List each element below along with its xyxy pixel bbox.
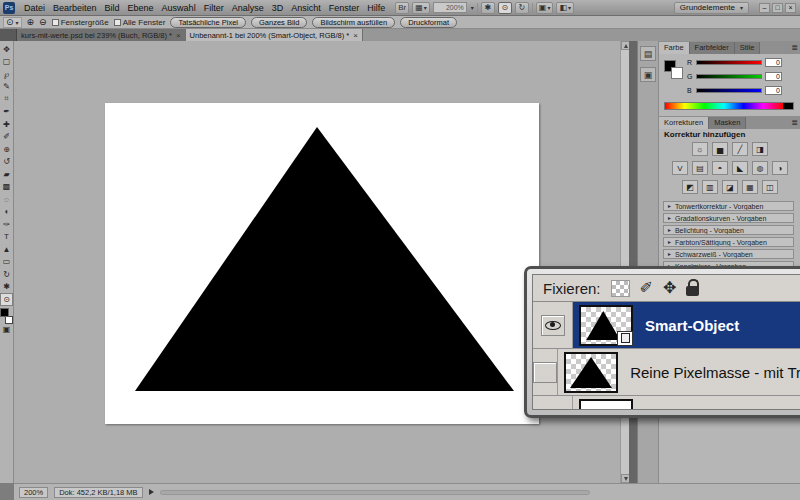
posterize-icon[interactable]: ▥ <box>702 180 718 194</box>
history-brush-tool[interactable]: ↺ <box>0 156 13 169</box>
curves-icon[interactable]: ╱ <box>732 142 748 156</box>
workspace-switcher[interactable]: Grundelemente▾ <box>674 2 749 14</box>
pen-tool[interactable]: ✑ <box>0 218 13 231</box>
selective-color-icon[interactable]: ◫ <box>762 180 778 194</box>
blue-value-field[interactable]: 0 <box>765 86 782 95</box>
close-button[interactable]: × <box>785 3 796 13</box>
menu-fenster[interactable]: Fenster <box>325 3 364 13</box>
tab-document-2[interactable]: Unbenannt-1 bei 200% (Smart-Object, RGB/… <box>186 29 363 41</box>
invert-icon[interactable]: ◩ <box>682 180 698 194</box>
tab-document-1[interactable]: kurs-mit-werte.psd bei 239% (Buch, RGB/8… <box>17 29 186 41</box>
layer-row-body[interactable]: Smart-Object <box>573 302 800 348</box>
hue-saturation-icon[interactable]: ▤ <box>692 161 708 175</box>
blue-slider[interactable] <box>696 88 762 93</box>
clone-stamp-tool[interactable]: ⊕ <box>0 143 13 156</box>
lock-image-pixels-icon[interactable]: ✐ <box>640 280 653 296</box>
print-size-button[interactable]: Druckformat <box>400 17 457 28</box>
zoom-tool-icon[interactable]: ⊙ <box>498 2 512 14</box>
threshold-icon[interactable]: ◪ <box>722 180 738 194</box>
rotate-view-icon[interactable]: ↻ <box>515 2 529 14</box>
layer-row-reine-pixelmasse[interactable]: Reine Pixelmasse - mit Tr <box>533 349 800 396</box>
red-slider[interactable] <box>696 60 762 65</box>
status-options-arrow-icon[interactable] <box>149 489 154 495</box>
eyedropper-tool[interactable]: ✒ <box>0 106 13 119</box>
fill-screen-button[interactable]: Bildschirm ausfüllen <box>312 17 395 28</box>
layer-row-body[interactable] <box>573 396 800 410</box>
lock-transparent-pixels-icon[interactable] <box>611 280 630 297</box>
menu-3d[interactable]: 3D <box>268 3 288 13</box>
levels-icon[interactable]: ▅ <box>712 142 728 156</box>
visibility-cell[interactable] <box>533 349 558 395</box>
chevron-down-icon[interactable]: ▾ <box>471 4 474 11</box>
preset-tonwertkorrektur[interactable]: ►Tonwertkorrektur - Vorgaben <box>663 201 794 211</box>
panel-menu-icon[interactable]: ≣ <box>788 43 800 54</box>
screen-mode-icon[interactable]: ◧▾ <box>556 2 574 14</box>
rectangular-marquee-tool[interactable]: ▢ <box>0 56 13 69</box>
view-extras-icon[interactable]: ▦▾ <box>412 2 430 14</box>
layer-name[interactable]: Reine Pixelmasse - mit Tr <box>630 364 800 381</box>
layer-comps-panel-icon[interactable]: ▣ <box>640 67 656 82</box>
background-color-swatch[interactable] <box>5 316 13 324</box>
visibility-toggle[interactable] <box>533 362 557 383</box>
horizontal-scrollbar[interactable] <box>160 490 590 495</box>
panel-menu-icon[interactable]: ≣ <box>788 118 800 129</box>
actual-pixels-button[interactable]: Tatsächliche Pixel <box>170 17 246 28</box>
rotate-view-tool[interactable]: ↻ <box>0 268 13 281</box>
blur-tool[interactable]: ◌ <box>0 193 13 206</box>
gradient-tool[interactable]: ▩ <box>0 181 13 194</box>
vibrance-icon[interactable]: V <box>672 161 688 175</box>
current-tool-icon[interactable]: ⊙▾ <box>3 17 22 28</box>
zoom-percentage-field[interactable]: 200% <box>19 487 48 498</box>
minimize-button[interactable]: – <box>759 3 770 13</box>
red-value-field[interactable]: 0 <box>765 58 782 67</box>
eraser-tool[interactable]: ▰ <box>0 168 13 181</box>
menu-analyse[interactable]: Analyse <box>228 3 268 13</box>
menu-bild[interactable]: Bild <box>101 3 124 13</box>
menu-ansicht[interactable]: Ansicht <box>287 3 325 13</box>
layer-row-partial[interactable] <box>533 396 800 410</box>
photo-filter-icon[interactable]: ◍ <box>752 161 768 175</box>
visibility-cell[interactable] <box>533 302 573 348</box>
restore-button[interactable]: □ <box>772 3 783 13</box>
visibility-toggle[interactable] <box>541 409 565 411</box>
healing-brush-tool[interactable]: ✚ <box>0 118 13 131</box>
lock-position-icon[interactable]: ✥ <box>663 280 676 296</box>
color-balance-icon[interactable]: ◓ <box>712 161 728 175</box>
crop-tool[interactable]: ⌗ <box>0 93 13 106</box>
menu-ebene[interactable]: Ebene <box>124 3 158 13</box>
quick-selection-tool[interactable]: ✎ <box>0 81 13 94</box>
brush-tool[interactable]: ✐ <box>0 131 13 144</box>
preset-gradationskurven[interactable]: ►Gradationskurven - Vorgaben <box>663 213 794 223</box>
hand-tool[interactable]: ✱ <box>0 281 13 294</box>
zoom-out-icon[interactable]: ⊖ <box>39 18 47 27</box>
layer-row-body[interactable]: Reine Pixelmasse - mit Tr <box>558 349 800 395</box>
preset-farbton-saettigung[interactable]: ►Farbton/Sättigung - Vorgaben <box>663 237 794 247</box>
arrange-documents-icon[interactable]: ▣▾ <box>536 2 554 14</box>
background-color-swatch[interactable] <box>671 67 683 79</box>
document-canvas[interactable] <box>105 103 539 424</box>
launch-bridge-icon[interactable]: Br <box>395 2 409 14</box>
gradient-map-icon[interactable]: ▦ <box>742 180 758 194</box>
menu-bearbeiten[interactable]: Bearbeiten <box>49 3 101 13</box>
dodge-tool[interactable]: ◖ <box>0 206 13 219</box>
all-windows-checkbox[interactable]: Alle Fenster <box>114 18 166 27</box>
black-white-icon[interactable]: ◣ <box>732 161 748 175</box>
panel-color-swatches[interactable] <box>664 60 684 80</box>
brightness-contrast-icon[interactable]: ☼ <box>692 142 708 156</box>
menu-datei[interactable]: Datei <box>20 3 49 13</box>
fit-screen-button[interactable]: Ganzes Bild <box>251 17 307 28</box>
preset-schwarzweiss[interactable]: ►Schwarzweiß - Vorgaben <box>663 249 794 259</box>
hand-tool-icon[interactable]: ✱ <box>481 2 495 14</box>
tab-stile[interactable]: Stile <box>735 42 761 54</box>
layer-thumbnail[interactable] <box>579 399 633 411</box>
menu-filter[interactable]: Filter <box>200 3 228 13</box>
menu-hilfe[interactable]: Hilfe <box>363 3 389 13</box>
menu-auswahl[interactable]: Auswahl <box>158 3 200 13</box>
green-value-field[interactable]: 0 <box>765 72 782 81</box>
close-icon[interactable]: × <box>353 31 358 40</box>
zoom-level-field[interactable]: 200% <box>433 2 467 13</box>
quick-mask-button[interactable]: ▣ <box>0 324 13 337</box>
layer-row-smart-object[interactable]: Smart-Object <box>533 302 800 349</box>
color-spectrum-ramp[interactable] <box>664 102 794 110</box>
layer-thumbnail[interactable] <box>564 352 618 393</box>
